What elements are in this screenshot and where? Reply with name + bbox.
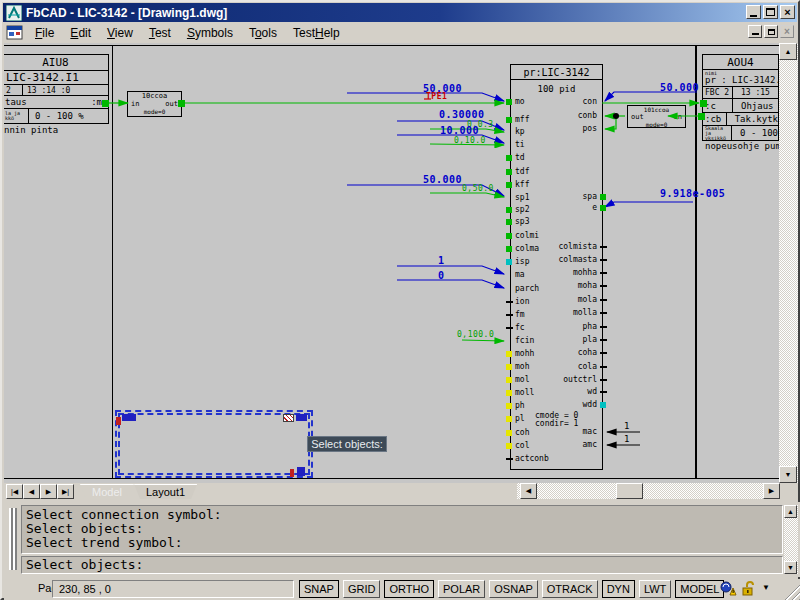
command-scroll-up-button[interactable]: ▲ (784, 505, 797, 518)
mdi-close-icon: × (784, 26, 790, 37)
trend-symbol-hatched (283, 414, 294, 422)
command-splitter-handle[interactable] (9, 508, 17, 570)
status-menu-arrow-icon[interactable]: ▼ (762, 583, 770, 592)
app-window: FbCAD - LIC-3142 - [Drawing1.dwg] × File… (0, 0, 800, 600)
tab-first-button[interactable]: |◀ (6, 484, 23, 499)
aiu-cell-0: 2 (4, 85, 23, 95)
resize-grip[interactable] (783, 583, 800, 600)
trend-symbol-blue (122, 414, 136, 421)
horizontal-scroll-thumb[interactable] (616, 483, 643, 499)
menu-testhelp[interactable]: TestHelp (285, 23, 348, 43)
menu-edit[interactable]: Edit (62, 23, 99, 43)
mdi-close-button[interactable]: × (780, 25, 794, 38)
ccoa-right-mode: mode=0 (628, 121, 685, 128)
command-history-line: Select objects: (26, 522, 778, 536)
horizontal-scrollbar[interactable]: ◀ ▶ (517, 483, 779, 499)
toggle-model[interactable]: MODEL (675, 580, 724, 598)
aou-cb-label: :cb (703, 113, 727, 125)
mdi-restore-button[interactable] (764, 25, 778, 38)
aou-c-label: :c (703, 99, 733, 112)
aou-small-1: yksikkö (705, 136, 726, 141)
toggle-snap[interactable]: SNAP (299, 580, 339, 598)
next-page-icon: ▶ (46, 488, 51, 496)
value-annotation: 1 (438, 255, 445, 266)
toggle-dyn[interactable]: DYN (602, 580, 635, 598)
aou-cell-0: FBC 2 (703, 87, 733, 98)
arrow-up-icon: ▲ (785, 48, 792, 55)
command-scrollbar[interactable]: ▲ ▼ (784, 505, 798, 574)
pid-title: pr:LIC-3142 (511, 65, 602, 80)
pid-subtitle: 100 pid (511, 84, 602, 94)
tab-prev-button[interactable]: ◀ (23, 484, 40, 499)
scroll-right-button[interactable]: ▶ (763, 483, 780, 499)
menu-view[interactable]: View (99, 23, 141, 43)
first-page-icon: |◀ (11, 488, 18, 496)
value-annotation: 0,0.3 (467, 120, 494, 129)
arrow-up-icon: ▲ (787, 508, 794, 515)
value-annotation: 1 (624, 421, 630, 431)
arrow-left-icon: ◀ (526, 487, 531, 495)
lock-open-icon[interactable] (740, 581, 756, 597)
ccoa-left-out: out (165, 100, 178, 108)
trend-symbol-blue (297, 467, 305, 476)
communication-center-icon[interactable] (720, 581, 737, 597)
toggle-ortho[interactable]: ORTHO (384, 580, 434, 598)
minimize-icon (750, 15, 757, 17)
mdi-minimize-button[interactable] (748, 25, 762, 38)
scroll-left-button[interactable]: ◀ (520, 483, 537, 499)
layout-tab-row: |◀ ◀ ▶ ▶| Model Layout1 ◀ ▶ (4, 483, 779, 500)
wire (430, 144, 504, 145)
value-annotation: 0,10.0 (454, 136, 486, 145)
arrow-down-icon: ▼ (785, 471, 792, 478)
menu-tools[interactable]: Tools (241, 23, 285, 43)
sheet-left-border (112, 45, 113, 479)
vertical-scrollbar[interactable]: ▲ ▼ (779, 43, 798, 483)
aou-caption: nopeusohje pumpu (705, 141, 779, 151)
aiu-panel: AIU8 LIC-3142.I1 2 13 :14 :0 taus :m la … (4, 54, 109, 124)
value-annotation: 9.918e-005 (660, 188, 725, 199)
ccoa-left-mode: mode=0 (128, 108, 181, 115)
coordinate-display[interactable]: 230, 85 , 0 (52, 580, 294, 598)
wire (605, 92, 697, 101)
toggle-osnap[interactable]: OSNAP (489, 580, 538, 598)
pid-block: pr:LIC-3142 100 pid (510, 64, 603, 470)
aou-cell-1: 13 :15 (733, 88, 770, 97)
menu-test[interactable]: Test (141, 23, 179, 43)
minimize-button[interactable] (746, 5, 761, 19)
menu-symbols[interactable]: Symbols (179, 23, 241, 43)
wire (347, 185, 504, 196)
arrow-right-icon: ▶ (769, 487, 774, 495)
toggle-polar[interactable]: POLAR (438, 580, 485, 598)
scroll-down-button[interactable]: ▼ (779, 466, 797, 483)
toggle-otrack[interactable]: OTRACK (542, 580, 598, 598)
scroll-up-button[interactable]: ▲ (779, 43, 797, 60)
command-input-line[interactable]: Select objects: (21, 556, 783, 574)
wire (397, 135, 504, 143)
wire (430, 129, 504, 132)
aou-c-text: Ohjaus (733, 101, 774, 111)
trend-symbol-blue (296, 414, 307, 421)
ccoa-right-title: 101ccoa (628, 106, 685, 113)
status-toggles: SNAPGRIDORTHOPOLAROSNAPOTRACKDYNLWTMODEL (299, 580, 724, 598)
ccoa-left-in: in (131, 100, 139, 108)
aiu-tag: LIC-3142.I1 (4, 71, 108, 85)
arrow-down-icon: ▼ (787, 564, 794, 571)
menu-file[interactable]: File (27, 23, 62, 43)
close-button[interactable]: × (780, 5, 795, 19)
wire (347, 93, 504, 101)
tab-next-button[interactable]: ▶ (40, 484, 57, 499)
toggle-lwt[interactable]: LWT (639, 580, 671, 598)
tab-model[interactable]: Model (80, 484, 134, 499)
aiu-caption: nnin pinta (4, 125, 58, 135)
document-icon[interactable] (6, 25, 24, 40)
aou-panel: AOU4 nimi pr : LIC-3142.0 FBC 2 13 :15 :… (702, 54, 779, 141)
value-annotation: 50.000 (423, 174, 462, 185)
drawing-canvas[interactable]: AIU8 LIC-3142.I1 2 13 :14 :0 taus :m la … (4, 43, 779, 483)
command-scroll-down-button[interactable]: ▼ (784, 561, 797, 574)
app-icon[interactable] (6, 5, 22, 21)
toggle-grid[interactable]: GRID (343, 580, 381, 598)
maximize-button[interactable] (763, 5, 778, 19)
value-annotation: 50.000 (660, 82, 699, 93)
tab-last-button[interactable]: ▶| (57, 484, 74, 499)
tab-layout1[interactable]: Layout1 (134, 484, 197, 499)
